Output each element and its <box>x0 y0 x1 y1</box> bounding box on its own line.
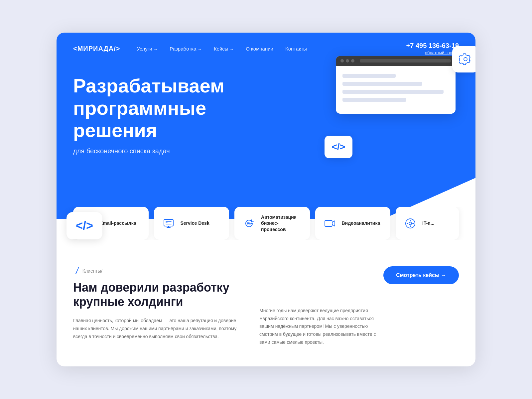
cases-button[interactable]: Смотреть кейсы → <box>383 266 459 284</box>
svg-rect-1 <box>164 219 173 226</box>
code-tag-hero: </> <box>325 136 352 158</box>
clients-text-left: Главная ценность, которой мы обладаем — … <box>73 317 239 340</box>
phone-number[interactable]: +7 495 136-63-19 <box>406 42 459 50</box>
navigation: <МИРИАДА/> Услуги Разработка Кейсы О ком… <box>57 33 475 65</box>
svg-point-5 <box>409 222 412 225</box>
service-it-label: IT-п... <box>422 220 434 226</box>
hero-content: Разрабатываем программные решения для бе… <box>57 65 475 188</box>
clients-section: / Клиенты/ Нам доверили разработку крупн… <box>57 240 475 366</box>
service-desk-label: Service Desk <box>181 220 209 226</box>
hero-subtitle: для бесконечного списка задач <box>73 147 459 155</box>
service-automation-label: Автоматизациябизнес-процессов <box>261 214 303 232</box>
settings-circle-icon <box>403 216 418 231</box>
nav-links: Услуги Разработка Кейсы О компании Конта… <box>137 46 406 52</box>
svg-text:R/A: R/A <box>247 222 252 225</box>
nav-contact: +7 495 136-63-19 обратный звонок <box>406 42 459 56</box>
clients-title: Нам доверили разработку крупные холдинги <box>73 280 239 309</box>
page-wrapper: <МИРИАДА/> Услуги Разработка Кейсы О ком… <box>57 33 475 366</box>
nav-dev[interactable]: Разработка <box>170 46 202 52</box>
nav-cases[interactable]: Кейсы <box>214 46 234 52</box>
service-card-automation[interactable]: R/A Автоматизациябизнес-процессов <box>234 207 310 240</box>
hero-section: <МИРИАДА/> Услуги Разработка Кейсы О ком… <box>57 33 475 219</box>
nav-contacts[interactable]: Контакты <box>285 46 307 52</box>
service-cards: Email-рассылка Service Desk R/A Автом <box>57 207 475 240</box>
service-card-servicedesk[interactable]: Service Desk <box>154 207 229 240</box>
clients-badge-label: Клиенты/ <box>82 268 102 274</box>
refresh-icon: R/A <box>242 216 256 231</box>
nav-services[interactable]: Услуги <box>137 46 158 52</box>
code-tag-bottom-left: </> <box>66 212 102 239</box>
service-card-it[interactable]: IT-п... <box>396 207 459 240</box>
clients-left: / Клиенты/ Нам доверили разработку крупн… <box>73 266 239 341</box>
service-card-video[interactable]: Видеоаналитика <box>315 207 391 240</box>
monitor-icon <box>161 216 176 231</box>
clients-badge: / Клиенты/ <box>73 266 239 276</box>
clients-slash-icon: / <box>75 266 79 276</box>
video-icon <box>323 216 337 231</box>
clients-text-right: Многие годы нам доверяют ведущие предпри… <box>259 307 386 346</box>
service-video-label: Видеоаналитика <box>342 220 380 226</box>
svg-rect-3 <box>325 220 332 226</box>
nav-about[interactable]: О компании <box>246 46 273 52</box>
gear-icon <box>459 53 472 66</box>
hero-title: Разрабатываем программные решения <box>73 75 259 141</box>
logo[interactable]: <МИРИАДА/> <box>73 45 120 53</box>
gear-float <box>452 46 475 72</box>
clients-right: Смотреть кейсы → Многие годы нам доверяю… <box>259 266 459 346</box>
service-email-label: Email-рассылка <box>100 220 136 226</box>
